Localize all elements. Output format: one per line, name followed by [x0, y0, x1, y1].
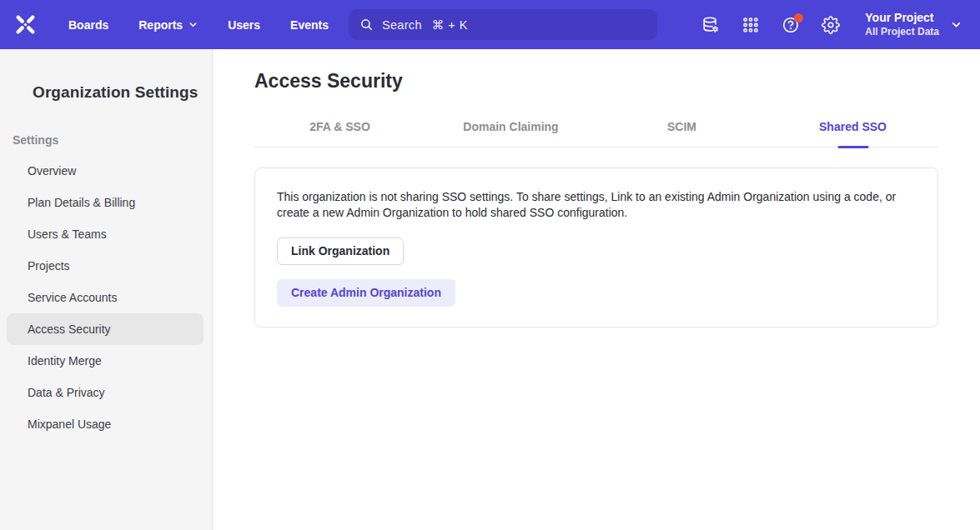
chevron-down-icon [951, 19, 962, 30]
tab-domain-claiming[interactable]: Domain Claiming [425, 118, 596, 147]
sidebar-item-overview[interactable]: Overview [7, 155, 204, 187]
project-meta: Your Project All Project Data [865, 11, 939, 38]
nav-reports[interactable]: Reports [138, 18, 198, 32]
notification-dot [794, 13, 803, 22]
sidebar-title: Organization Settings [33, 83, 212, 102]
project-name: Your Project [865, 11, 939, 26]
main-content: Access Security 2FA & SSO Domain Claimin… [213, 49, 980, 530]
topbar: Boards Reports Users Events Search ⌘ + K [0, 0, 980, 49]
sidebar: Organization Settings Settings Overview … [0, 49, 213, 530]
sidebar-item-data-privacy[interactable]: Data & Privacy [7, 377, 204, 408]
apps-grid-icon [741, 16, 760, 34]
apps-menu-button[interactable] [741, 16, 760, 34]
sidebar-item-label: Identity Merge [28, 354, 102, 368]
search-placeholder: Search [382, 18, 422, 32]
sidebar-item-label: Plan Details & Billing [28, 196, 135, 209]
help-button[interactable] [781, 16, 800, 34]
tab-label: Shared SSO [819, 120, 887, 133]
shared-sso-card: This organization is not sharing SSO set… [254, 168, 938, 328]
sidebar-item-label: Service Accounts [28, 291, 117, 304]
data-management-button[interactable] [701, 16, 720, 34]
nav-events[interactable]: Events [290, 18, 329, 32]
settings-button[interactable] [822, 16, 840, 34]
card-actions: Link Organization Create Admin Organizat… [277, 221, 916, 307]
tab-label: 2FA & SSO [309, 120, 370, 133]
topbar-actions: Your Project All Project Data [701, 11, 980, 38]
sidebar-nav: Overview Plan Details & Billing Users & … [0, 155, 212, 440]
create-admin-organization-button[interactable]: Create Admin Organization [277, 279, 455, 307]
nav-users[interactable]: Users [228, 18, 260, 32]
nav-boards[interactable]: Boards [68, 18, 108, 32]
chevron-down-icon [188, 20, 198, 29]
sidebar-item-users-teams[interactable]: Users & Teams [7, 218, 204, 250]
search-input[interactable]: Search ⌘ + K [349, 9, 657, 40]
sidebar-item-label: Projects [28, 259, 70, 272]
sidebar-item-label: Data & Privacy [28, 386, 105, 399]
sidebar-section-label: Settings [13, 133, 212, 147]
sidebar-item-label: Overview [28, 164, 76, 178]
nav-users-label: Users [228, 18, 260, 32]
link-organization-button[interactable]: Link Organization [277, 238, 404, 265]
tab-bar: 2FA & SSO Domain Claiming SCIM Shared SS… [254, 118, 938, 148]
mixpanel-logo[interactable] [14, 13, 37, 36]
sidebar-item-plan-details-billing[interactable]: Plan Details & Billing [7, 187, 204, 218]
nav-boards-label: Boards [68, 18, 108, 32]
tab-2fa-sso[interactable]: 2FA & SSO [254, 118, 425, 147]
gear-icon [822, 16, 840, 34]
search-shortcut: ⌘ + K [432, 18, 468, 32]
database-gear-icon [701, 16, 720, 34]
search-icon [359, 18, 374, 32]
project-switcher[interactable]: Your Project All Project Data [865, 11, 962, 38]
sidebar-item-projects[interactable]: Projects [7, 250, 204, 282]
nav-reports-label: Reports [138, 18, 183, 32]
nav-events-label: Events [290, 18, 329, 32]
sidebar-item-access-security[interactable]: Access Security [7, 313, 204, 345]
sidebar-item-label: Users & Teams [28, 228, 107, 241]
project-scope: All Project Data [865, 26, 939, 38]
tab-shared-sso[interactable]: Shared SSO [767, 118, 938, 147]
tab-label: Domain Claiming [463, 120, 558, 133]
sidebar-item-mixpanel-usage[interactable]: Mixpanel Usage [7, 408, 204, 440]
sidebar-item-label: Access Security [28, 322, 111, 336]
sidebar-item-identity-merge[interactable]: Identity Merge [7, 345, 204, 377]
tab-scim[interactable]: SCIM [596, 118, 767, 147]
page-title: Access Security [254, 70, 938, 92]
sidebar-item-service-accounts[interactable]: Service Accounts [7, 282, 204, 313]
tab-label: SCIM [667, 120, 696, 133]
shared-sso-description: This organization is not sharing SSO set… [277, 189, 909, 221]
top-navigation: Boards Reports Users Events [68, 18, 329, 32]
tab-active-underline [837, 146, 868, 148]
sidebar-item-label: Mixpanel Usage [28, 418, 111, 431]
